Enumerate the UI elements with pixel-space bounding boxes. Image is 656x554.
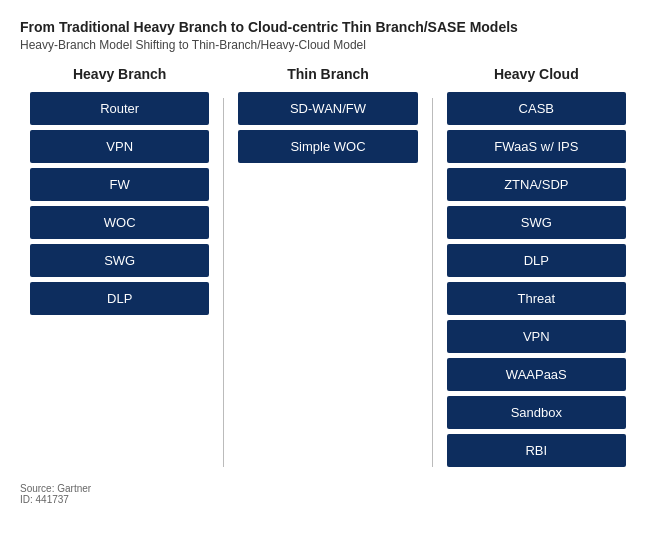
column-divider bbox=[223, 98, 224, 467]
item-box-dlp: DLP bbox=[30, 282, 209, 315]
item-box-threat: Threat bbox=[447, 282, 626, 315]
column-thin-branch: Thin BranchSD-WAN/FWSimple WOC bbox=[228, 66, 427, 467]
columns-wrapper: Heavy BranchRouterVPNFWWOCSWGDLPThin Bra… bbox=[20, 66, 636, 467]
footer: Source: Gartner ID: 441737 bbox=[20, 483, 636, 505]
column-heavy-branch: Heavy BranchRouterVPNFWWOCSWGDLP bbox=[20, 66, 219, 467]
item-box-dlp: DLP bbox=[447, 244, 626, 277]
column-header-heavy-cloud: Heavy Cloud bbox=[437, 66, 636, 82]
main-title: From Traditional Heavy Branch to Cloud-c… bbox=[20, 18, 636, 36]
column-items-thin-branch: SD-WAN/FWSimple WOC bbox=[238, 92, 417, 163]
column-header-thin-branch: Thin Branch bbox=[228, 66, 427, 82]
column-header-heavy-branch: Heavy Branch bbox=[20, 66, 219, 82]
footer-id: ID: 441737 bbox=[20, 494, 636, 505]
item-box-woc: WOC bbox=[30, 206, 209, 239]
item-box-fw: FW bbox=[30, 168, 209, 201]
column-items-heavy-cloud: CASBFWaaS w/ IPSZTNA/SDPSWGDLPThreatVPNW… bbox=[447, 92, 626, 467]
footer-source: Source: Gartner bbox=[20, 483, 636, 494]
item-box-vpn: VPN bbox=[30, 130, 209, 163]
column-divider bbox=[432, 98, 433, 467]
item-box-fwaas-w--ips: FWaaS w/ IPS bbox=[447, 130, 626, 163]
item-box-waapaas: WAAPaaS bbox=[447, 358, 626, 391]
item-box-swg: SWG bbox=[447, 206, 626, 239]
sub-title: Heavy-Branch Model Shifting to Thin-Bran… bbox=[20, 38, 636, 52]
item-box-rbi: RBI bbox=[447, 434, 626, 467]
item-box-ztna-sdp: ZTNA/SDP bbox=[447, 168, 626, 201]
item-box-vpn: VPN bbox=[447, 320, 626, 353]
item-box-router: Router bbox=[30, 92, 209, 125]
item-box-simple-woc: Simple WOC bbox=[238, 130, 417, 163]
item-box-casb: CASB bbox=[447, 92, 626, 125]
item-box-swg: SWG bbox=[30, 244, 209, 277]
item-box-sandbox: Sandbox bbox=[447, 396, 626, 429]
item-box-sd-wan-fw: SD-WAN/FW bbox=[238, 92, 417, 125]
column-items-heavy-branch: RouterVPNFWWOCSWGDLP bbox=[30, 92, 209, 315]
column-heavy-cloud: Heavy CloudCASBFWaaS w/ IPSZTNA/SDPSWGDL… bbox=[437, 66, 636, 467]
